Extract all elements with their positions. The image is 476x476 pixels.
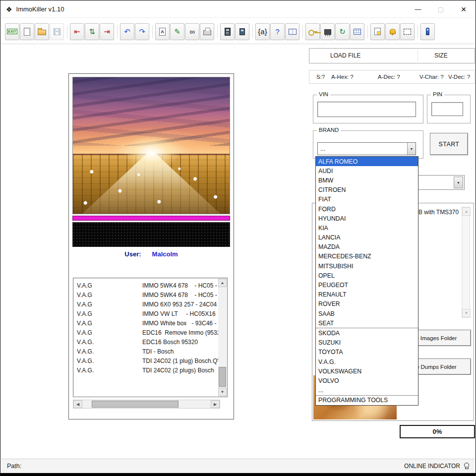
scroll-up-icon[interactable]: ▲ bbox=[218, 279, 227, 287]
brand-option[interactable]: PROGRAMMING TOOLS bbox=[316, 395, 418, 405]
brand-group: BRAND ... ▼ bbox=[313, 130, 423, 159]
undo-button[interactable]: ↶ bbox=[120, 23, 134, 40]
brand-option[interactable]: KIA bbox=[316, 223, 418, 233]
vin-label: VIN bbox=[317, 91, 330, 97]
export-dump-button[interactable]: ⇥ bbox=[100, 23, 114, 40]
brand-option[interactable]: ... bbox=[316, 386, 418, 395]
find-button[interactable]: ∞ bbox=[185, 23, 199, 40]
device-list-scrollbar[interactable]: ▲ ▼ bbox=[462, 207, 470, 318]
file-list-item[interactable]: V.A.GIMMO VW LT - HC05X16 bbox=[77, 309, 218, 319]
brand-option[interactable]: FORD bbox=[316, 204, 418, 214]
brand-option[interactable]: V.A.G. bbox=[316, 357, 418, 366]
usb-connect-button[interactable] bbox=[420, 23, 435, 40]
new-page-icon bbox=[24, 28, 30, 36]
vin-input[interactable] bbox=[317, 102, 416, 117]
brand-option[interactable]: ALFA ROMEO bbox=[316, 157, 418, 166]
file-description: TDI 24C02 (2 plugs) Bosch bbox=[142, 366, 214, 375]
brand-option[interactable]: MITSUBISHI bbox=[316, 261, 418, 271]
manual-button[interactable] bbox=[285, 23, 299, 40]
brand-dropdown-list: ALFA ROMEOAUDIBMWCITROENFIATFORDHYUNDAIK… bbox=[315, 156, 418, 406]
file-list-item[interactable]: V.A.GIMMO 5WK4 678 - HC05 - Siem bbox=[77, 291, 218, 300]
alarm-button[interactable] bbox=[385, 23, 400, 40]
close-button[interactable]: × bbox=[452, 1, 475, 17]
file-description: EDC16 Remove Immo (95320) bbox=[142, 328, 218, 338]
hex-calculator-button[interactable] bbox=[235, 23, 249, 40]
file-list-vertical-scrollbar[interactable]: ▲ ▼ bbox=[218, 279, 227, 396]
brand-option[interactable]: SUZUKI bbox=[316, 338, 418, 348]
notes-button[interactable] bbox=[370, 23, 385, 40]
user-label: User: bbox=[124, 250, 141, 258]
right-panel-header: LOAD FILE SIZE bbox=[309, 48, 475, 63]
brand-option[interactable]: SKODA bbox=[316, 328, 418, 338]
device-list-item[interactable]: B with TMS370 bbox=[418, 209, 459, 216]
image-and-list-panel: User: Malcolm V.A.GIMMO 5WK4 678 - HC05 … bbox=[68, 73, 234, 419]
file-list-item[interactable]: V.A.G.EDC16 Bosch 95320 bbox=[77, 338, 218, 347]
scroll-down-icon[interactable]: ▼ bbox=[462, 309, 471, 317]
brand-option[interactable]: ROVER bbox=[316, 299, 418, 309]
brand-option[interactable]: SEAT bbox=[316, 318, 418, 328]
brand-option[interactable]: PEUGEOT bbox=[316, 280, 418, 290]
load-file-button[interactable]: LOAD FILE bbox=[330, 49, 360, 63]
calculator-button[interactable] bbox=[220, 23, 235, 40]
file-list-item[interactable]: V.A.GEDC16 Remove Immo (95320) bbox=[77, 328, 218, 338]
exit-button[interactable]: EXIT bbox=[5, 23, 19, 40]
text-format-button[interactable]: {a} bbox=[255, 23, 270, 40]
new-file-button[interactable] bbox=[20, 23, 34, 40]
scroll-left-icon[interactable]: ◀ bbox=[73, 400, 82, 408]
preview-button[interactable] bbox=[155, 23, 170, 40]
edit-button[interactable]: ✎ bbox=[170, 23, 184, 40]
scroll-down-icon[interactable]: ▼ bbox=[218, 388, 227, 396]
brand-option[interactable]: MERCEDES-BENZ bbox=[316, 252, 418, 261]
chip-button[interactable] bbox=[320, 23, 335, 40]
brand-option[interactable]: SAAB bbox=[316, 309, 418, 318]
print-button[interactable] bbox=[200, 23, 214, 40]
toolbar-separator bbox=[250, 23, 255, 41]
status-fields: S:?A-Hex: ?A-Dec: ?V-Char: ?V-Dec: ? bbox=[309, 70, 475, 84]
window-frame: ❖ ImmoKiller v1.10 — ▢ × EXIT⇤⇅⇥↶↷✎∞{a}?… bbox=[0, 0, 476, 476]
brand-option[interactable]: VOLVO bbox=[316, 376, 418, 385]
minimize-button[interactable]: — bbox=[407, 1, 429, 17]
pin-input[interactable] bbox=[431, 102, 463, 116]
brand-combobox[interactable]: ... ▼ bbox=[317, 142, 416, 155]
brand-option[interactable]: BMW bbox=[316, 176, 418, 185]
brand-option[interactable]: AUDI bbox=[316, 166, 418, 176]
start-button[interactable]: START bbox=[430, 133, 468, 155]
redo-button[interactable]: ↷ bbox=[135, 23, 149, 40]
brand-option[interactable]: RENAULT bbox=[316, 290, 418, 299]
brand-option[interactable]: FIAT bbox=[316, 195, 418, 204]
scroll-thumb[interactable] bbox=[219, 367, 226, 387]
grid-button[interactable] bbox=[350, 23, 364, 40]
brand-option[interactable]: OPEL bbox=[316, 271, 418, 280]
size-button[interactable]: SIZE bbox=[434, 49, 448, 63]
help-button[interactable]: ? bbox=[270, 23, 285, 40]
scroll-thumb-horizontal[interactable] bbox=[92, 401, 178, 408]
file-list-item[interactable]: V.A.GIMMO White box - 93C46 - f+g M bbox=[77, 319, 218, 328]
compare-button[interactable]: ⇅ bbox=[85, 23, 99, 40]
brand-option[interactable]: TOYOTA bbox=[316, 348, 418, 357]
import-dump-button[interactable]: ⇤ bbox=[70, 23, 84, 40]
scroll-up-icon[interactable]: ▲ bbox=[462, 207, 471, 216]
key-button[interactable] bbox=[305, 23, 320, 40]
chevron-down-icon[interactable]: ▼ bbox=[407, 143, 416, 155]
status-field: A-Dec: ? bbox=[378, 70, 400, 83]
select-region-button[interactable] bbox=[400, 23, 415, 40]
open-file-button[interactable] bbox=[35, 23, 49, 40]
file-list-horizontal-scrollbar[interactable]: ◀ ▶ bbox=[73, 400, 220, 409]
brand-option[interactable]: VOLKSWAGEN bbox=[316, 366, 418, 376]
brand-option[interactable]: HYUNDAI bbox=[316, 214, 418, 223]
scroll-right-icon[interactable]: ▶ bbox=[211, 400, 220, 408]
file-list[interactable]: V.A.GIMMO 5WK4 678 - HC05 - SiemV.A.GIMM… bbox=[73, 278, 228, 397]
file-list-item[interactable]: V.A.G.TDI 24C02 (2 plugs) Bosch bbox=[77, 366, 218, 375]
maximize-button[interactable]: ▢ bbox=[429, 1, 452, 17]
file-brand: V.A.G bbox=[77, 319, 142, 328]
brand-option[interactable]: LANCIA bbox=[316, 233, 418, 242]
chevron-down-icon[interactable]: ▼ bbox=[454, 177, 463, 188]
refresh-button[interactable]: ↻ bbox=[335, 23, 350, 40]
file-list-item[interactable]: V.A.G.TDI - Bosch bbox=[77, 347, 218, 357]
file-list-item[interactable]: V.A.GIMMO 6X0 953 257 - 24C04 - Val bbox=[77, 300, 218, 309]
brand-option[interactable]: MAZDA bbox=[316, 242, 418, 252]
file-list-item[interactable]: V.A.G.TDI 24C02 (1 plug) Bosch.QVAG bbox=[77, 357, 218, 366]
brand-option[interactable]: CITROEN bbox=[316, 185, 418, 195]
file-list-item[interactable]: V.A.GIMMO 5WK4 678 - HC05 - Siem bbox=[77, 281, 218, 291]
save-button[interactable] bbox=[50, 23, 64, 40]
